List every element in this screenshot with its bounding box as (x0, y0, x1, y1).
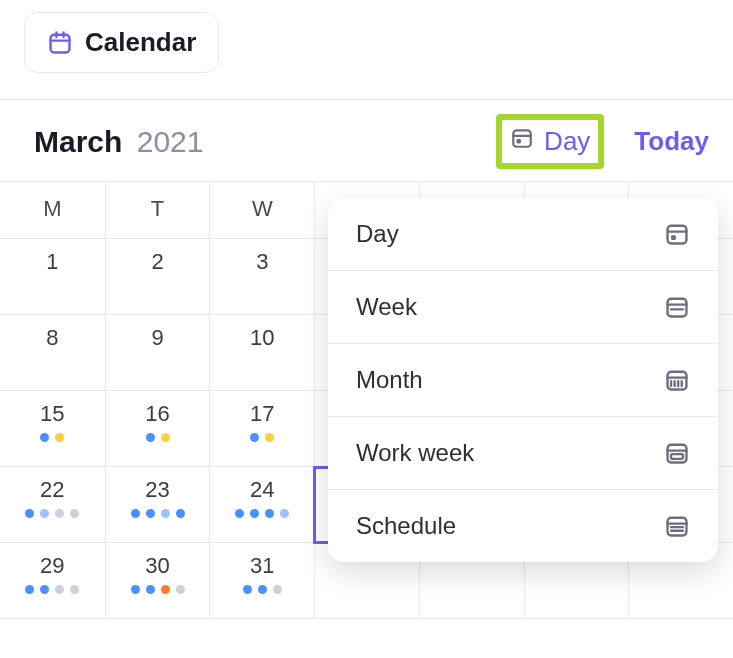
today-button[interactable]: Today (634, 126, 709, 157)
today-label: Today (634, 126, 709, 156)
event-dot (131, 585, 140, 594)
schedule-view-icon (664, 513, 690, 539)
calendar-day-cell[interactable]: 16 (105, 391, 210, 467)
event-dot (176, 585, 185, 594)
event-dot (161, 585, 170, 594)
event-dot (161, 509, 170, 518)
view-dropdown: DayWeekMonthWork weekSchedule (328, 198, 718, 562)
calendar-day-cell[interactable]: 10 (209, 315, 314, 391)
event-dots (106, 433, 210, 442)
view-switcher-button[interactable]: Day (510, 126, 590, 157)
calendar-day-cell[interactable]: 15 (0, 391, 105, 467)
day-number: 9 (106, 325, 210, 351)
day-number: 30 (106, 553, 210, 579)
calendar-day-cell[interactable]: 30 (105, 543, 210, 619)
month-name: March (34, 125, 122, 158)
day-number: 2 (106, 249, 210, 275)
calendar-day-cell[interactable]: 2 (105, 239, 210, 315)
event-dots (210, 585, 314, 594)
svg-rect-8 (671, 454, 683, 459)
event-dot (70, 509, 79, 518)
weekday-label: M (0, 182, 105, 238)
view-option-week[interactable]: Week (328, 270, 718, 343)
calendar-day-cell[interactable]: 29 (0, 543, 105, 619)
event-dot (250, 433, 259, 442)
calendar-day-cell[interactable]: 31 (209, 543, 314, 619)
view-option-workweek[interactable]: Work week (328, 416, 718, 489)
day-number: 8 (0, 325, 105, 351)
event-dots (106, 585, 210, 594)
event-dot (55, 433, 64, 442)
weekday-label: W (209, 182, 314, 238)
day-number: 23 (106, 477, 210, 503)
day-number: 1 (0, 249, 105, 275)
event-dot (273, 585, 282, 594)
event-dots (106, 509, 210, 518)
event-dot (258, 585, 267, 594)
view-switcher-label: Day (544, 126, 590, 157)
event-dots (0, 433, 105, 442)
event-dot (40, 433, 49, 442)
event-dot (70, 585, 79, 594)
event-dot (131, 509, 140, 518)
calendar-header: March 2021 Day Today (0, 99, 733, 182)
event-dot (250, 509, 259, 518)
calendar-day-cell[interactable]: 9 (105, 315, 210, 391)
day-number: 16 (106, 401, 210, 427)
event-dot (146, 585, 155, 594)
view-option-day[interactable]: Day (328, 198, 718, 270)
calendar-day-cell[interactable]: 24 (209, 467, 314, 543)
page-pill-calendar[interactable]: Calendar (24, 12, 219, 73)
event-dot (146, 509, 155, 518)
event-dot (243, 585, 252, 594)
event-dots (210, 433, 314, 442)
month-year: 2021 (137, 125, 204, 158)
calendar-icon (47, 30, 73, 56)
view-option-label: Schedule (356, 512, 456, 540)
event-dot (280, 509, 289, 518)
view-option-month[interactable]: Month (328, 343, 718, 416)
view-option-label: Month (356, 366, 423, 394)
day-number: 24 (210, 477, 314, 503)
month-view-icon (664, 367, 690, 393)
calendar-day-cell[interactable]: 8 (0, 315, 105, 391)
event-dot (40, 585, 49, 594)
workweek-view-icon (664, 440, 690, 466)
svg-rect-4 (671, 235, 676, 240)
day-view-icon (664, 221, 690, 247)
event-dot (25, 509, 34, 518)
view-option-label: Work week (356, 439, 474, 467)
event-dot (176, 509, 185, 518)
calendar-day-cell[interactable]: 22 (0, 467, 105, 543)
event-dots (210, 509, 314, 518)
day-number: 29 (0, 553, 105, 579)
calendar-day-cell[interactable]: 17 (209, 391, 314, 467)
view-option-label: Day (356, 220, 399, 248)
view-option-label: Week (356, 293, 417, 321)
calendar-view-icon (510, 126, 534, 157)
event-dots (0, 509, 105, 518)
month-title: March 2021 (34, 125, 203, 159)
event-dot (40, 509, 49, 518)
svg-rect-1 (513, 130, 530, 146)
event-dot (235, 509, 244, 518)
svg-rect-0 (51, 34, 70, 52)
day-number: 31 (210, 553, 314, 579)
weekday-label: T (105, 182, 210, 238)
day-number: 3 (210, 249, 314, 275)
event-dot (55, 509, 64, 518)
svg-rect-5 (668, 299, 687, 317)
event-dots (0, 585, 105, 594)
view-option-schedule[interactable]: Schedule (328, 489, 718, 562)
calendar-day-cell[interactable]: 1 (0, 239, 105, 315)
event-dot (146, 433, 155, 442)
event-dot (55, 585, 64, 594)
event-dot (265, 433, 274, 442)
event-dot (161, 433, 170, 442)
svg-rect-3 (668, 226, 687, 244)
event-dot (265, 509, 274, 518)
event-dot (25, 585, 34, 594)
calendar-day-cell[interactable]: 3 (209, 239, 314, 315)
calendar-day-cell[interactable]: 23 (105, 467, 210, 543)
day-number: 17 (210, 401, 314, 427)
